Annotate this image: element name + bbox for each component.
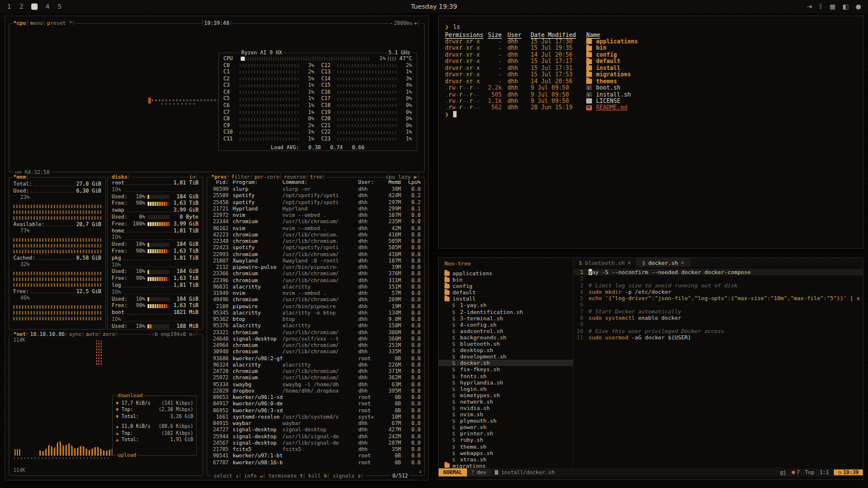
- process-row[interactable]: 23321chromium/usr/lib/chromium/dhh306M0.…: [211, 330, 421, 336]
- tree-item-hyprlandia.sh[interactable]: $hyprlandia.sh: [439, 379, 573, 386]
- process-actions[interactable]: select ↓info ↵terminate tkill ksignals s: [212, 472, 366, 479]
- keyboard-icon[interactable]: ▦: [830, 3, 836, 10]
- tree-item-fix-fkeys.sh[interactable]: $fix-fkeys.sh: [439, 366, 573, 372]
- process-row[interactable]: 21721HyprlandHyprlanddhh299M0.1: [211, 206, 421, 212]
- preset-button[interactable]: preset *: [46, 20, 76, 27]
- tree-item-config[interactable]: config: [439, 283, 573, 289]
- workspace-button-1[interactable]: 1: [7, 3, 12, 10]
- proc-action-kill[interactable]: kill k: [308, 472, 331, 479]
- buffer-tab-docker.sh[interactable]: $docker.sh×: [637, 258, 690, 267]
- tree-item-3-terminal.sh[interactable]: $3-terminal.sh: [439, 315, 573, 321]
- tree-item-login.sh[interactable]: $login.sh: [439, 386, 573, 392]
- process-row[interactable]: 25589spotify/opt/spotify/spotidhh424M0.2: [211, 193, 421, 199]
- process-row[interactable]: 84915waybarwaybardhh67M0.0: [211, 420, 421, 427]
- process-row[interactable]: 23366chromium/usr/lib/chromium/dhh376M0.…: [211, 271, 421, 277]
- mem-box-title[interactable]: *mem: [13, 173, 30, 180]
- auto-button[interactable]: auto: [85, 331, 102, 338]
- tree-item-fonts.sh[interactable]: $fonts.sh: [439, 373, 573, 379]
- process-row[interactable]: 24720chromium/usr/lib/chromium/dhh371M0.…: [211, 368, 421, 375]
- tree-item-default[interactable]: default: [439, 289, 573, 295]
- workspace-button-3[interactable]: [31, 3, 38, 10]
- file-tree[interactable]: applicationsbinconfigdefaultinstall$1-ya…: [439, 270, 573, 468]
- process-row[interactable]: 31949nvimnvim --embed .dhh57M0.0: [211, 290, 421, 297]
- io-mode-button[interactable]: io: [189, 173, 199, 180]
- process-row[interactable]: 95345alacrittyalacritty -e btopdhh134M0.…: [211, 310, 421, 316]
- sync-button[interactable]: sync: [68, 331, 85, 338]
- editor-buffer[interactable]: 1yay -S --noconfirm --needed docker dock…: [573, 267, 863, 341]
- process-row[interactable]: 96324alacrittyalacrittydhh226M0.0: [211, 362, 421, 368]
- tree-item-development.sh[interactable]: $development.sh: [439, 353, 573, 360]
- per-core-button[interactable]: per-core: [253, 173, 283, 180]
- process-row[interactable]: 23344chromium/usr/lib/chromium/dhh235M0.…: [211, 219, 421, 225]
- process-list[interactable]: 96599slurpslurp -ordhh38M0.025589spotify…: [207, 186, 424, 468]
- process-row[interactable]: 96162nvimnvim --embed .dhh42M0.0: [211, 225, 421, 232]
- workspace-button-4[interactable]: 4: [45, 3, 50, 10]
- process-row[interactable]: 42223chromium/usr/lib/chromium.dhh416M0.…: [211, 232, 421, 238]
- process-row[interactable]: 22993chromium/usr/lib/chromium/dhh416M0.…: [211, 252, 421, 258]
- power-icon[interactable]: ●: [855, 3, 861, 10]
- close-tab-icon[interactable]: ×: [627, 260, 631, 266]
- tree-item-ruby.sh[interactable]: $ruby.sh: [439, 437, 573, 443]
- tree-item-bluetooth.sh[interactable]: $bluetooth.sh: [439, 341, 573, 347]
- tree-item-theme.sh[interactable]: $theme.sh: [439, 443, 573, 450]
- sort-selector[interactable]: cpu lazy ▶: [385, 173, 421, 180]
- tree-item-applications[interactable]: applications: [439, 270, 573, 276]
- tree-item-backgrounds.sh[interactable]: $backgrounds.sh: [439, 334, 573, 341]
- system-tray[interactable]: ⇥ᛒ▦◧●: [807, 3, 861, 10]
- cpu-box-title[interactable]: *cpu: [13, 20, 30, 27]
- buffer-tab-bluetooth.sh[interactable]: $bluetooth.sh×: [573, 258, 637, 267]
- process-row[interactable]: 24727signal-desktopsignal-desktopdhh427M…: [211, 427, 421, 433]
- process-row[interactable]: 84917kworker/u96:0-dmroot0B0.0: [211, 401, 421, 407]
- tree-item-mimetypes.sh[interactable]: $mimetypes.sh: [439, 392, 573, 398]
- process-row[interactable]: 67707kworker/u98:16-broot0B0.0: [211, 460, 421, 466]
- tree-item-asdcontrol.sh[interactable]: $asdcontrol.sh: [439, 328, 573, 334]
- process-row[interactable]: 24640signal-desktop/proc/self/exe --tdhh…: [211, 336, 421, 342]
- zero-button[interactable]: zero: [102, 331, 119, 338]
- process-row[interactable]: 95376alacrittyalacrittydhh158M0.0: [211, 323, 421, 329]
- process-row[interactable]: 25944signal-desktop/usr/lib/signal-dedhh…: [211, 434, 421, 440]
- proc-action-signals[interactable]: signals s: [332, 472, 365, 479]
- disks-box-title[interactable]: disks: [111, 173, 131, 180]
- process-row[interactable]: 22972nvimnvim --embed .dhh107M0.0: [211, 212, 421, 219]
- tree-item-plymouth.sh[interactable]: $plymouth.sh: [439, 417, 573, 424]
- process-row[interactable]: 22348chromium/usr/lib/chromium.dhh505M0.…: [211, 238, 421, 245]
- bluetooth-icon[interactable]: ᛒ: [819, 3, 823, 10]
- process-row[interactable]: 49496chromium/usr/lib/chromium/dhh269M0.…: [211, 297, 421, 303]
- process-row[interactable]: 2112pipewire-pulse/usr/bin/pipewire-dhh1…: [211, 264, 421, 271]
- tree-item-1-yay.sh[interactable]: $1-yay.sh: [439, 302, 573, 308]
- interval-decrease-button[interactable]: -: [389, 20, 393, 27]
- process-row[interactable]: 22029dropbox/home/dhh/.dropboxdhh395M0.0: [211, 388, 421, 394]
- filter-button[interactable]: filter: [231, 173, 254, 180]
- tree-item-webapps.sh[interactable]: $webapps.sh: [439, 450, 573, 456]
- process-row[interactable]: 22423spotify/opt/spotify/spotidhh505M0.0: [211, 245, 421, 251]
- tree-item-2-identification.sh[interactable]: $2-identification.sh: [439, 309, 573, 315]
- process-row[interactable]: 21785fcitx5fcitx5dhh35M0.0: [211, 446, 421, 453]
- process-row[interactable]: 93680kworker/u96:2-gfroot0B0.0: [211, 356, 421, 362]
- process-row[interactable]: 95334swaybgswaybg -i /home/dhdhh63M0.0: [211, 382, 421, 388]
- proc-action-terminate[interactable]: terminate t: [268, 472, 307, 479]
- tree-item-desktop.sh[interactable]: $desktop.sh: [439, 347, 573, 353]
- tree-item-power.sh[interactable]: $power.sh: [439, 424, 573, 430]
- terminal-cursor[interactable]: [453, 111, 457, 117]
- tree-item-docker.sh[interactable]: $docker.sh: [439, 360, 573, 366]
- interface-switcher[interactable]: ‹b enp194s0 n›: [151, 331, 199, 338]
- proc-action-info[interactable]: info ↵: [244, 472, 267, 479]
- tree-item-nvim.sh[interactable]: $nvim.sh: [439, 411, 573, 417]
- process-row[interactable]: 1661systemd-resolve/usr/lib/systemd/ssys…: [211, 414, 421, 420]
- process-row[interactable]: 25458spotify/opt/spotify/spotidhh297M0.2: [211, 199, 421, 206]
- process-row[interactable]: 90541kworker/u97:1-btroot0B0.0: [211, 453, 421, 459]
- workspace-button-2[interactable]: 2: [19, 3, 24, 10]
- process-row[interactable]: 30940chromium/usr/lib/chromium/dhh335M0.…: [211, 349, 421, 355]
- tree-button[interactable]: tree: [310, 173, 326, 180]
- tree-item-4-config.sh[interactable]: $4-config.sh: [439, 321, 573, 328]
- process-row[interactable]: 96599slurpslurp -ordhh38M0.0: [211, 186, 421, 193]
- tree-item-network.sh[interactable]: $network.sh: [439, 398, 573, 405]
- process-row[interactable]: 96031alacrittyalacrittydhh151M0.0: [211, 284, 421, 290]
- process-row[interactable]: 22396chromium/usr/lib/chromium/dhh311M0.…: [211, 278, 421, 284]
- proc-action-select[interactable]: select ↓: [213, 472, 242, 479]
- process-row[interactable]: 86952kworker/u96:3-sdroot0B0.0: [211, 408, 421, 414]
- process-row[interactable]: 25972chromium/usr/lib/chromium/dhh362M0.…: [211, 375, 421, 381]
- process-row[interactable]: 24964chromium/usr/lib/chromium/dhh251M0.…: [211, 342, 421, 349]
- process-row[interactable]: 24567signal-desktop/usr/lib/signal-dedhh…: [211, 440, 421, 446]
- tree-item-install[interactable]: install: [439, 295, 573, 302]
